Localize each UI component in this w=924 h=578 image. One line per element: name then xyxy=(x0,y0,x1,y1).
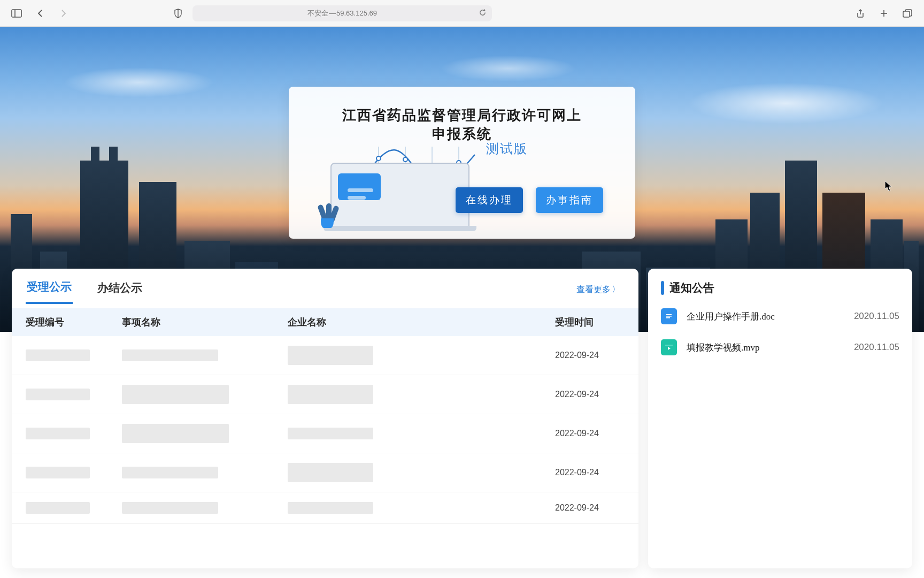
redacted-cell xyxy=(26,349,90,361)
col-acceptance-id: 受理编号 xyxy=(26,316,122,329)
cell-date: 2022-09-24 xyxy=(555,390,625,399)
cell-date: 2022-09-24 xyxy=(555,351,625,360)
table-row[interactable]: 2022-09-24 xyxy=(12,336,638,375)
guide-button[interactable]: 办事指南 xyxy=(536,187,603,213)
tab-finished[interactable]: 办结公示 xyxy=(96,276,143,303)
redacted-cell xyxy=(26,428,90,439)
share-icon[interactable] xyxy=(851,4,869,22)
redacted-cell xyxy=(122,349,218,361)
reload-icon[interactable] xyxy=(479,9,487,18)
tab-acceptance[interactable]: 受理公示 xyxy=(26,275,73,304)
cell-date: 2022-09-24 xyxy=(555,503,625,513)
redacted-cell xyxy=(122,502,218,514)
table-row[interactable]: 2022-09-24 xyxy=(12,414,638,453)
redacted-cell xyxy=(122,467,218,478)
address-bar[interactable]: 不安全 — 59.63.125.69 xyxy=(192,5,492,21)
svg-rect-17 xyxy=(666,317,670,318)
file-name: 企业用户操作手册.doc xyxy=(687,310,844,323)
redacted-cell xyxy=(122,385,229,404)
svg-point-11 xyxy=(403,157,407,162)
notice-title: 通知公告 xyxy=(669,280,714,295)
redacted-cell xyxy=(26,467,90,478)
col-acceptance-date: 受理时间 xyxy=(555,316,625,329)
table-row[interactable]: 2022-09-24 xyxy=(12,375,638,414)
redacted-cell xyxy=(122,424,229,443)
svg-point-10 xyxy=(376,156,381,161)
accent-bar xyxy=(661,281,664,295)
svg-rect-5 xyxy=(903,11,910,17)
hero-subtitle: 测试版 xyxy=(486,140,528,157)
redacted-cell xyxy=(26,502,90,514)
redacted-cell xyxy=(288,502,373,514)
publicity-panel: 受理公示 办结公示 查看更多〉 受理编号 事项名称 企业名称 受理时间 2022… xyxy=(12,269,638,568)
new-tab-icon[interactable] xyxy=(875,4,893,22)
hero-card: 江西省药品监督管理局行政许可网上 申报系统 测试版 xyxy=(289,87,635,239)
redacted-cell xyxy=(288,428,373,439)
redacted-cell xyxy=(288,346,373,365)
file-item[interactable]: 填报教学视频.mvp 2020.11.05 xyxy=(648,332,912,363)
view-more-link[interactable]: 查看更多〉 xyxy=(576,284,625,295)
sidebar-toggle-icon[interactable] xyxy=(7,4,26,22)
table-row[interactable]: 2022-09-24 xyxy=(12,492,638,524)
table-header: 受理编号 事项名称 企业名称 受理时间 xyxy=(12,308,638,336)
back-icon[interactable] xyxy=(31,4,49,22)
col-item-name: 事项名称 xyxy=(122,316,288,329)
address-host: 59.63.125.69 xyxy=(336,9,377,17)
file-name: 填报教学视频.mvp xyxy=(687,341,844,354)
forward-icon[interactable] xyxy=(55,4,73,22)
table-row[interactable]: 2022-09-24 xyxy=(12,453,638,492)
shield-icon[interactable] xyxy=(169,4,187,22)
video-file-icon xyxy=(661,339,677,355)
cell-date: 2022-09-24 xyxy=(555,429,625,438)
cell-date: 2022-09-24 xyxy=(555,468,625,477)
redacted-cell xyxy=(26,389,90,400)
svg-rect-19 xyxy=(665,345,673,346)
redacted-cell xyxy=(288,385,373,404)
svg-rect-0 xyxy=(12,10,21,17)
browser-toolbar: 不安全 — 59.63.125.69 xyxy=(0,0,924,27)
redacted-cell xyxy=(288,463,373,482)
online-apply-button[interactable]: 在线办理 xyxy=(456,187,523,213)
address-security-label: 不安全 xyxy=(307,9,328,18)
svg-rect-15 xyxy=(666,314,672,315)
hero-illustration xyxy=(330,152,469,227)
notice-panel: 通知公告 企业用户操作手册.doc 2020.11.05 xyxy=(648,269,912,568)
file-date: 2020.11.05 xyxy=(854,342,899,353)
col-company-name: 企业名称 xyxy=(288,316,555,329)
file-item[interactable]: 企业用户操作手册.doc 2020.11.05 xyxy=(648,301,912,332)
svg-rect-16 xyxy=(666,316,672,317)
hero-title: 江西省药品监督管理局行政许可网上 申报系统 xyxy=(312,106,612,143)
tabs-overview-icon[interactable] xyxy=(898,4,917,22)
file-date: 2020.11.05 xyxy=(854,311,899,322)
doc-file-icon xyxy=(661,308,677,324)
chevron-right-icon: 〉 xyxy=(612,285,620,294)
